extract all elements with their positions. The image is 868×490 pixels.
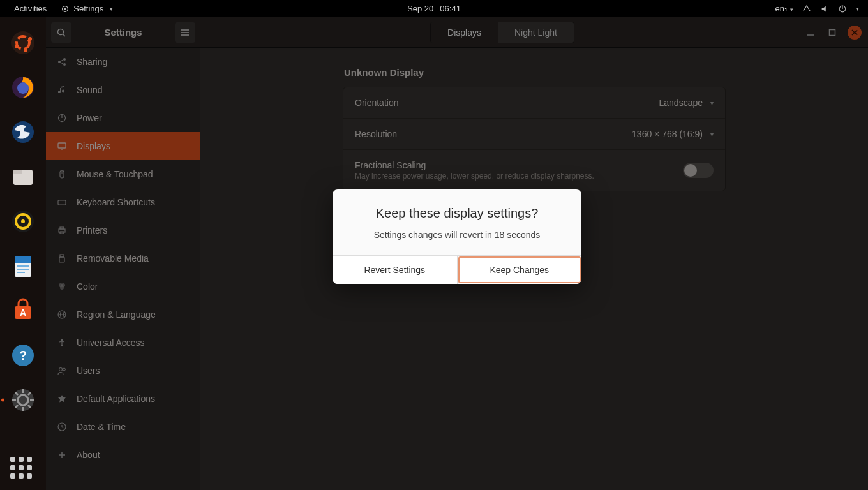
dock-libreoffice[interactable] bbox=[8, 251, 38, 281]
activities-button[interactable]: Activities bbox=[8, 1, 53, 16]
revert-button[interactable]: Revert Settings bbox=[333, 256, 458, 284]
dock-help[interactable]: ? bbox=[8, 340, 38, 371]
power-icon[interactable] bbox=[838, 4, 847, 13]
app-menu[interactable]: Settings bbox=[56, 1, 118, 16]
dialog-message: Settings changes will revert in 18 secon… bbox=[347, 230, 567, 240]
svg-point-10 bbox=[17, 82, 29, 94]
svg-point-16 bbox=[21, 219, 25, 223]
svg-point-4 bbox=[11, 31, 34, 54]
svg-rect-19 bbox=[17, 265, 29, 267]
svg-rect-21 bbox=[17, 272, 25, 273]
clock[interactable]: Sep 20 06:41 bbox=[407, 4, 461, 13]
svg-rect-18 bbox=[15, 256, 31, 263]
modal-overlay: Keep these display settings? Settings ch… bbox=[46, 17, 868, 490]
date-label: Sep 20 bbox=[407, 4, 433, 13]
keep-changes-button[interactable]: Keep Changes bbox=[458, 256, 582, 284]
dialog-title: Keep these display settings? bbox=[347, 206, 567, 221]
svg-point-1 bbox=[64, 8, 66, 10]
svg-point-7 bbox=[15, 45, 19, 48]
dock-settings[interactable] bbox=[8, 385, 38, 415]
volume-icon[interactable] bbox=[820, 4, 829, 13]
dock-rhythmbox[interactable] bbox=[8, 206, 38, 237]
dock: A ? bbox=[0, 17, 46, 490]
svg-text:A: A bbox=[20, 308, 26, 318]
time-label: 06:41 bbox=[440, 4, 461, 13]
svg-rect-20 bbox=[17, 269, 29, 270]
dock-ubuntu[interactable] bbox=[8, 27, 38, 58]
dock-files[interactable] bbox=[8, 161, 38, 192]
network-icon[interactable] bbox=[802, 4, 811, 13]
confirm-dialog: Keep these display settings? Settings ch… bbox=[333, 189, 581, 284]
dock-thunderbird[interactable] bbox=[8, 117, 38, 147]
svg-rect-13 bbox=[13, 170, 22, 174]
dock-show-apps[interactable] bbox=[10, 457, 36, 482]
chevron-down-icon[interactable]: ▾ bbox=[856, 6, 859, 12]
app-menu-label: Settings bbox=[73, 4, 103, 13]
gear-icon bbox=[61, 4, 70, 13]
dock-software[interactable]: A bbox=[8, 295, 38, 326]
svg-point-8 bbox=[24, 48, 27, 52]
dock-firefox[interactable] bbox=[8, 72, 38, 103]
svg-text:?: ? bbox=[19, 348, 27, 362]
input-language-indicator[interactable]: en₁ bbox=[775, 4, 793, 13]
svg-point-6 bbox=[28, 37, 32, 41]
gnome-top-panel: Activities Settings Sep 20 06:41 en₁ ▾ bbox=[0, 0, 868, 17]
